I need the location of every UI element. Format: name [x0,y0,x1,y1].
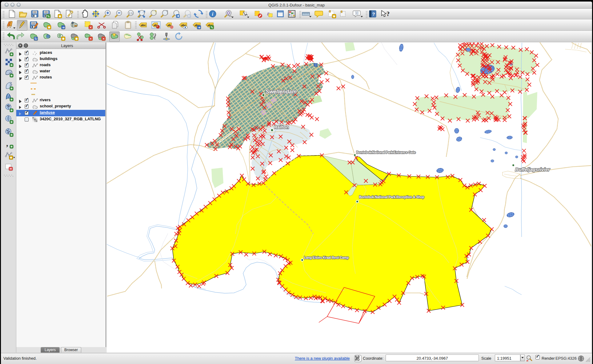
svg-text:➜: ➜ [62,26,65,29]
svg-text:Swellendam: Swellendam [266,89,297,95]
svg-text:Bontebok National Park Recepti: Bontebok National Park Reception & Shop [359,195,424,199]
svg-text:✱: ✱ [333,14,335,18]
svg-text:✱: ✱ [58,14,61,18]
svg-text:Lang Elsies Kraal Rest Camp: Lang Elsies Kraal Rest Camp [304,256,349,259]
svg-text:✕: ✕ [89,37,92,41]
svg-text:i: i [212,11,214,17]
svg-text:↻: ↻ [34,37,37,41]
svg-text:✱: ✱ [62,37,65,41]
svg-text:✱: ✱ [75,37,78,41]
svg-text:✕: ✕ [102,37,105,41]
svg-text:✱: ✱ [48,26,50,29]
svg-text:1:1: 1:1 [129,12,133,15]
svg-text:Railton: Railton [274,125,289,130]
svg-text:✕: ✕ [89,26,92,29]
svg-text:✎: ✎ [210,26,213,29]
svg-text:✎: ✎ [47,14,50,18]
svg-text:Buffeljagsrivier: Buffeljagsrivier [515,167,550,172]
svg-text:?: ? [372,11,375,17]
svg-text:abc: abc [141,23,146,27]
svg-text:➜: ➜ [198,26,200,29]
svg-text:Bontebok National Park Entranc: Bontebok National Park Entrance Gate [356,150,416,154]
svg-text:,: , [6,139,8,148]
svg-text:T: T [356,12,358,15]
svg-text:✱: ✱ [10,156,12,159]
svg-text:?: ? [387,10,390,17]
